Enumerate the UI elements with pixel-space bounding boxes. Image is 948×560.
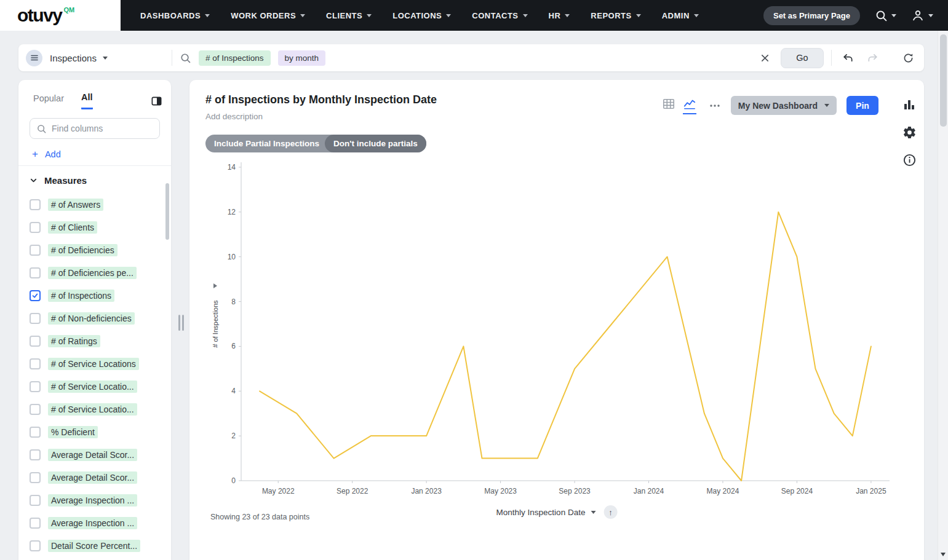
scrollbar-thumb[interactable] [940,34,947,127]
checkbox[interactable] [30,381,41,392]
clear-search-button[interactable] [756,49,773,66]
checkbox[interactable] [30,336,41,347]
search-token[interactable]: # of Inspections [199,50,271,66]
set-primary-page-button[interactable]: Set as Primary Page [763,6,860,25]
find-columns-input[interactable] [52,124,153,133]
sidebar-scrollbar-thumb[interactable] [165,183,169,240]
checkbox[interactable] [30,518,41,529]
more-options-button[interactable] [709,100,721,112]
checkbox[interactable] [30,199,41,210]
undo-button[interactable] [839,49,856,66]
go-button[interactable]: Go [781,48,824,68]
checkbox[interactable] [30,358,41,369]
scroll-down-icon[interactable] [941,553,946,556]
find-columns-box[interactable] [30,118,160,139]
chart-type-button[interactable] [902,97,917,112]
checkbox[interactable] [30,267,41,278]
search-token[interactable]: by month [278,50,326,66]
list-item[interactable]: Average Inspection ... [18,489,171,511]
list-item[interactable]: Average Detail Scor... [18,466,171,489]
checkbox[interactable] [30,472,41,483]
nav-item-work-orders[interactable]: WORK ORDERS [231,11,305,20]
table-view-button[interactable] [662,97,675,114]
add-column-button[interactable]: + Add [32,149,61,159]
list-item[interactable]: % Deficient [18,420,171,443]
list-item[interactable]: # of Deficiencies [18,239,171,261]
global-search-button[interactable] [875,9,896,22]
nav-item-label: LOCATIONS [392,11,442,20]
nav-item-contacts[interactable]: CONTACTS [472,11,527,20]
chart-settings-button[interactable] [902,125,917,140]
x-tick-label: May 2022 [262,487,295,495]
context-selector[interactable]: Inspections [50,53,164,63]
nav-item-dashboards[interactable]: DASHBOARDS [140,11,210,20]
filter-pill-label: Include Partial Inspections [214,139,319,148]
chart-info-button[interactable] [902,153,917,167]
panel-resize-handle[interactable] [178,315,184,331]
pin-button[interactable]: Pin [846,96,878,115]
add-description[interactable]: Add description [205,112,437,121]
nav-item-reports[interactable]: REPORTS [591,11,640,20]
checkbox[interactable] [30,404,41,415]
nav-item-clients[interactable]: CLIENTS [326,11,372,20]
measures-section-toggle[interactable]: Measures [18,165,171,193]
menu-button[interactable] [26,50,42,66]
y-tick-label: 14 [228,163,236,172]
line-chart-view-button[interactable] [683,97,696,114]
checkbox[interactable] [30,427,41,438]
list-item[interactable]: # of Service Locatio... [18,398,171,420]
measure-label: # of Answers [48,199,103,211]
chevron-down-icon [523,14,528,17]
chart-tools-rail [902,97,917,167]
x-axis-field-selector[interactable]: Monthly Inspection Date ↑ [496,505,618,519]
chevron-down-icon [205,14,210,17]
x-tick-label: Sep 2024 [781,487,813,495]
list-item[interactable]: # of Answers [18,193,171,216]
list-item[interactable]: # of Service Locatio... [18,375,171,398]
checkbox[interactable] [30,449,41,460]
search-tokens[interactable]: # of Inspectionsby month [199,50,325,66]
list-item[interactable]: # of Ratings [18,329,171,352]
line-chart[interactable]: 02468101214May 2022Sep 2022Jan 2023May 2… [205,159,894,504]
measure-label: # of Inspections [48,290,114,302]
tab-all[interactable]: All [81,92,93,109]
list-item[interactable]: Average Detail Scor... [18,443,171,466]
search-icon [36,124,47,134]
nav-item-admin[interactable]: ADMIN [662,11,699,20]
chevron-down-icon [824,104,829,107]
x-tick-label: Jan 2024 [634,487,664,495]
checkbox[interactable] [30,495,41,506]
list-item[interactable]: # of Service Locations [18,352,171,375]
page-scrollbar[interactable] [938,31,948,560]
x-tick-label: Jan 2025 [856,487,886,495]
checkbox[interactable] [30,290,41,301]
x-tick-label: Jan 2023 [411,487,442,495]
list-item[interactable]: # of Clients [18,216,171,239]
measure-label: # of Service Locations [48,358,139,370]
refresh-button[interactable] [899,49,917,66]
logo[interactable]: otuvy QM [0,0,121,31]
checkbox[interactable] [30,313,41,324]
app-screen: otuvy QM DASHBOARDSWORK ORDERSCLIENTSLOC… [0,0,948,560]
nav-item-hr[interactable]: HR [549,11,570,20]
list-item[interactable]: # of Deficiencies pe... [18,261,171,284]
chevron-down-icon [300,14,305,17]
dashboard-selector[interactable]: My New Dashboard [731,96,837,115]
logo-text: otuvy [17,5,62,26]
redo-button[interactable] [864,49,881,66]
collapse-panel-button[interactable] [151,95,162,107]
checkbox[interactable] [30,222,41,233]
list-item[interactable]: Average Inspection ... [18,511,171,534]
checkbox[interactable] [30,540,41,551]
list-item[interactable]: # of Non-deficiencies [18,307,171,329]
user-menu-button[interactable] [911,9,933,22]
nav-item-locations[interactable]: LOCATIONS [392,11,451,20]
partials-filter-pill[interactable]: Include Partial Inspections Don't includ… [205,135,426,152]
nav-item-label: ADMIN [662,11,690,20]
nav-item-label: WORK ORDERS [231,11,296,20]
sort-ascending-button[interactable]: ↑ [603,505,617,519]
tab-popular[interactable]: Popular [33,93,64,109]
list-item[interactable]: Detail Score Percent... [18,534,171,557]
checkbox[interactable] [30,245,41,256]
list-item[interactable]: # of Inspections [18,284,171,307]
